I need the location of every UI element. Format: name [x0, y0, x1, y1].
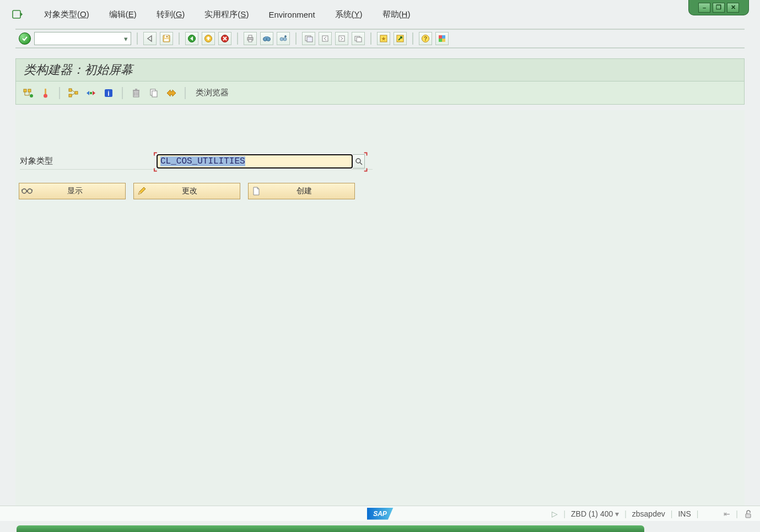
info-button[interactable]: i — [102, 86, 115, 100]
menu-system[interactable]: 系统(Y) — [335, 9, 363, 20]
test-button[interactable] — [39, 86, 52, 100]
find-next-button[interactable] — [277, 32, 290, 45]
glasses-icon — [19, 188, 35, 194]
svg-rect-49 — [746, 514, 751, 518]
search-help-button[interactable] — [353, 154, 365, 169]
status-server: zbsapdev — [632, 509, 665, 518]
svg-rect-42 — [133, 90, 139, 91]
dropdown-icon[interactable]: ▾ — [121, 32, 131, 45]
status-bar: SAP ▷ | ZBD (1) 400 ▾ | zbsapdev | INS |… — [0, 506, 760, 521]
delete-button[interactable] — [130, 86, 143, 100]
first-page-button[interactable] — [302, 32, 315, 45]
layout-button[interactable] — [435, 32, 449, 45]
req-corner-icon: ⌜ — [153, 151, 158, 161]
svg-rect-30 — [24, 89, 26, 92]
svg-rect-36 — [69, 94, 72, 97]
svg-rect-31 — [28, 89, 31, 92]
svg-rect-10 — [249, 40, 252, 42]
save-icon — [162, 34, 171, 43]
change-button[interactable]: 更改 — [133, 183, 240, 199]
back-tri-button[interactable] — [143, 32, 157, 45]
menu-app-icon[interactable] — [12, 10, 24, 19]
svg-text:?: ? — [424, 36, 427, 42]
menu-utilities[interactable]: 实用程序(S) — [204, 9, 249, 20]
navigate-button[interactable] — [84, 86, 98, 100]
check-button[interactable] — [21, 86, 35, 100]
menu-object-type[interactable]: 对象类型(O) — [44, 9, 89, 20]
last-page-button[interactable] — [352, 32, 365, 45]
svg-rect-13 — [265, 36, 268, 38]
help-button[interactable]: ? — [419, 32, 432, 45]
next-page-button[interactable] — [335, 32, 348, 45]
req-corner-icon: ⌝ — [364, 151, 368, 161]
restore-icon: ❐ — [716, 4, 721, 11]
back-button[interactable] — [185, 32, 198, 45]
object-type-input-wrap: ⌜ ⌝ ⌞ ⌟ — [157, 154, 365, 169]
menu-help[interactable]: 帮助(H) — [382, 9, 411, 20]
menu-environment[interactable]: Environment — [268, 10, 315, 19]
print-button[interactable] — [244, 32, 257, 45]
display-button[interactable]: 显示 — [19, 183, 126, 199]
minimize-icon: – — [703, 4, 706, 11]
binoculars-plus-icon — [279, 34, 288, 43]
layout-icon — [438, 34, 446, 43]
separator — [137, 32, 138, 45]
display-button-label: 显示 — [35, 186, 125, 196]
save-button[interactable] — [160, 32, 173, 45]
shortcut-icon — [396, 34, 405, 43]
svg-rect-4 — [164, 39, 169, 41]
object-type-input[interactable] — [157, 154, 353, 169]
separator — [295, 32, 297, 45]
svg-text:i: i — [107, 90, 109, 97]
status-expand-icon[interactable]: ▷ — [552, 509, 558, 518]
cancel-button[interactable] — [218, 32, 231, 45]
minimize-button[interactable]: – — [698, 3, 710, 13]
svg-point-34 — [44, 94, 47, 97]
svg-point-47 — [22, 189, 26, 193]
object-type-row: 对象类型 ⌜ ⌝ ⌞ ⌟ — [20, 153, 373, 170]
main-content: 对象类型 ⌜ ⌝ ⌞ ⌟ 显示 更改 — [15, 110, 745, 507]
search-icon — [355, 158, 363, 165]
svg-rect-43 — [135, 89, 137, 90]
page-icon — [249, 187, 264, 196]
separator — [237, 32, 238, 45]
shortcut-button[interactable] — [394, 32, 407, 45]
req-corner-icon: ⌟ — [364, 162, 368, 173]
print-icon — [246, 34, 255, 43]
close-icon: ✕ — [731, 4, 736, 11]
back-icon — [187, 34, 196, 43]
restore-button[interactable]: ❐ — [713, 3, 725, 13]
activate-button[interactable] — [165, 86, 178, 100]
create-button[interactable]: 创建 — [248, 183, 355, 199]
menu-goto[interactable]: 转到(G) — [157, 9, 185, 20]
menu-edit[interactable]: 编辑(E) — [109, 9, 137, 20]
svg-rect-0 — [13, 10, 20, 18]
pencil-icon — [134, 187, 149, 196]
find-button[interactable] — [260, 32, 273, 45]
svg-rect-9 — [249, 35, 252, 37]
tab-icon[interactable]: ⇤ — [724, 509, 730, 518]
where-used-button[interactable] — [67, 86, 80, 100]
nav-arrows-icon — [85, 88, 96, 99]
lock-icon[interactable] — [743, 509, 752, 518]
prev-page-button[interactable] — [319, 32, 332, 45]
bottom-accent — [17, 525, 644, 532]
separator — [59, 87, 60, 99]
command-field[interactable]: ▾ — [34, 32, 131, 45]
exit-button[interactable] — [202, 32, 215, 45]
separator — [122, 87, 123, 99]
enter-button[interactable] — [19, 32, 31, 45]
close-button[interactable]: ✕ — [727, 3, 739, 13]
req-corner-icon: ⌞ — [153, 162, 158, 173]
separator — [370, 32, 371, 45]
check-icon — [21, 35, 28, 42]
help-icon: ? — [421, 34, 430, 43]
class-browser-label[interactable]: 类浏览器 — [196, 88, 229, 98]
object-type-label: 对象类型 — [20, 156, 157, 166]
new-session-button[interactable] — [377, 32, 390, 45]
menu-bar: 对象类型(O) 编辑(E) 转到(G) 实用程序(S) Environment … — [12, 6, 683, 23]
separator — [412, 32, 413, 45]
copy-button[interactable] — [147, 86, 160, 100]
status-system[interactable]: ZBD (1) 400 ▾ — [571, 509, 619, 518]
svg-rect-19 — [339, 36, 344, 41]
